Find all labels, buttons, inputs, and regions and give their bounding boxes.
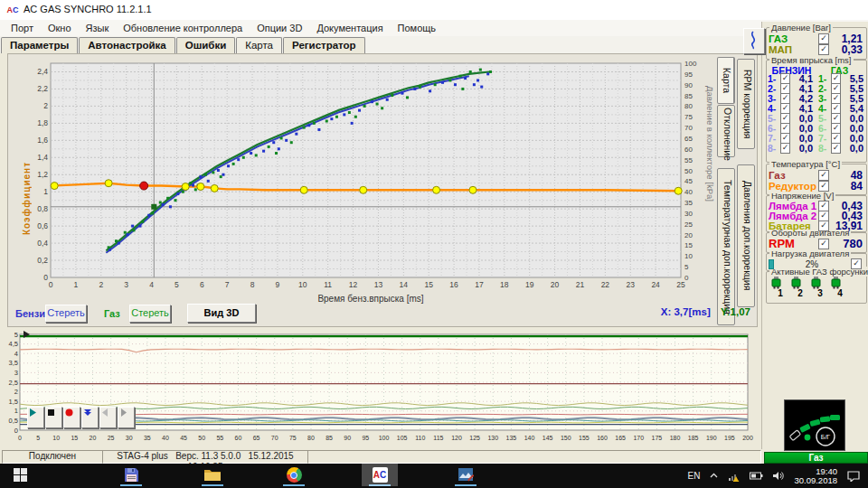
svg-text:6: 6: [200, 280, 204, 289]
menu-item-1[interactable]: Порт: [4, 23, 41, 33]
svg-text:75: 75: [289, 435, 297, 441]
tray-clock[interactable]: 19:40 30.09.2018: [794, 467, 837, 485]
injector-cell-4: 4: [830, 277, 850, 297]
taskbar: AC EN ! 19:40 30.09.2018: [0, 464, 868, 488]
svg-text:95: 95: [684, 70, 693, 79]
injector-cell-1: 1: [770, 277, 790, 297]
taskbar-ac-gas-synchro-active[interactable]: AC: [362, 464, 398, 486]
scope-toggle-button[interactable]: [743, 28, 765, 54]
benzin-clear-button[interactable]: Стереть: [45, 305, 87, 323]
connection-status: Подключен: [2, 450, 103, 464]
menu-item-4[interactable]: Обновление контроллера: [116, 23, 250, 33]
svg-text:2,4: 2,4: [37, 67, 48, 76]
svg-text:80: 80: [307, 435, 315, 441]
step-forward-button[interactable]: [118, 407, 135, 428]
svg-text:17: 17: [475, 280, 484, 289]
injector-icon: [790, 277, 802, 289]
tabbar: ПараметрыАвтонастройкаОшибкиКартаРегистр…: [0, 36, 868, 53]
gas-level-indicator[interactable]: Б/Г: [784, 399, 845, 451]
tab-2[interactable]: Автонастройка: [79, 37, 175, 53]
side-tab-отклонение[interactable]: Отклонение: [717, 105, 735, 157]
skip-end-button[interactable]: [81, 407, 99, 428]
tab-3[interactable]: Ошибки: [176, 37, 236, 53]
checkbox[interactable]: ✓: [851, 258, 862, 269]
step-back-button[interactable]: [99, 407, 117, 428]
svg-text:23: 23: [627, 280, 636, 289]
cursor-x-value: 3,7[ms]: [674, 306, 710, 317]
checkbox[interactable]: ✓: [818, 44, 829, 55]
svg-text:1: 1: [14, 407, 18, 415]
tray-language[interactable]: EN: [688, 471, 701, 481]
svg-text:1,5: 1,5: [9, 398, 18, 406]
injector-cell-3: 3: [810, 277, 830, 297]
menu-item-6[interactable]: Документация: [309, 23, 390, 33]
svg-text:0: 0: [18, 435, 22, 441]
gas-map-label: Газ: [104, 308, 120, 319]
panel-row-label: МАП: [769, 44, 792, 55]
svg-text:0: 0: [49, 280, 53, 289]
svg-text:100: 100: [684, 60, 697, 68]
start-button[interactable]: [2, 464, 38, 486]
tab-5[interactable]: Регистратор: [283, 37, 365, 53]
side-tab-температурная[interactable]: Температурная доп.коррекция: [717, 168, 735, 325]
svg-text:175: 175: [652, 435, 663, 441]
tray-network-icon[interactable]: !: [728, 471, 741, 482]
checkbox[interactable]: ✓: [818, 239, 829, 249]
checkbox[interactable]: ✓: [831, 143, 841, 154]
system-tray: EN ! 19:40 30.09.2018: [684, 464, 864, 488]
taskbar-chrome[interactable]: [276, 464, 312, 486]
benzin-injection-time: 0,0: [791, 143, 813, 154]
svg-text:165: 165: [615, 435, 626, 441]
panel-row-label: Редуктор: [769, 181, 816, 192]
map-yaxis-left-title: Коэффициент: [22, 108, 34, 235]
taskbar-save-app[interactable]: [113, 464, 149, 486]
tab-1[interactable]: Параметры: [1, 37, 78, 53]
tray-battery-icon[interactable]: [750, 472, 763, 480]
svg-text:1,6: 1,6: [37, 136, 48, 145]
svg-text:70: 70: [684, 124, 693, 132]
checkbox[interactable]: ✓: [818, 221, 829, 231]
record-button[interactable]: [63, 407, 80, 428]
svg-text:50: 50: [198, 435, 205, 441]
tray-chevron-icon[interactable]: [709, 471, 719, 481]
tray-notification-icon[interactable]: [847, 471, 860, 482]
gas-clear-button[interactable]: Стереть: [129, 305, 171, 323]
tray-volume-icon[interactable]: [772, 471, 784, 481]
side-tab-карта[interactable]: Карта: [717, 57, 735, 104]
panel-row: Редуктор✓84: [769, 180, 863, 192]
taskbar-photo-app[interactable]: [448, 464, 484, 486]
taskbar-file-explorer[interactable]: [194, 464, 231, 486]
svg-text:70: 70: [271, 435, 278, 441]
ac-gas-app-icon: AC: [373, 467, 388, 483]
panel-row: RPM✓780: [769, 237, 863, 250]
svg-text:75: 75: [684, 113, 693, 121]
play-button[interactable]: [27, 407, 44, 428]
view-3d-button[interactable]: Вид 3D: [187, 304, 256, 323]
statusbar: Подключен STAG-4 plus Верс. 11.3 5.0.0 1…: [0, 449, 762, 464]
svg-text:55: 55: [216, 435, 223, 441]
oscilloscope-chart[interactable]: 0510152025303540455055606570758085909510…: [7, 329, 756, 449]
svg-text:145: 145: [542, 435, 553, 441]
injector-label: 3: [810, 289, 830, 297]
panel-row-value: 13,91: [832, 220, 863, 232]
checkbox[interactable]: ✓: [780, 143, 790, 154]
window-title: AC GAS SYNCHRO 11.2.1.1: [24, 4, 152, 14]
injector-label: 2: [790, 289, 810, 297]
svg-text:180: 180: [670, 435, 681, 441]
menu-item-7[interactable]: Помощь: [391, 23, 444, 33]
svg-text:115: 115: [433, 435, 443, 441]
side-tab-rpm[interactable]: RPM коррекция: [737, 59, 755, 149]
menu-item-3[interactable]: Язык: [79, 23, 117, 33]
side-tab-давления[interactable]: Давления доп.коррекция: [737, 164, 755, 307]
svg-text:!: !: [738, 476, 739, 482]
menu-item-5[interactable]: Опции 3D: [250, 23, 309, 33]
svg-text:16: 16: [449, 280, 458, 289]
svg-text:14: 14: [400, 280, 409, 289]
svg-text:3: 3: [124, 280, 128, 289]
injector-icon: [830, 277, 842, 289]
checkbox[interactable]: ✓: [818, 181, 829, 192]
menu-item-2[interactable]: Окно: [41, 23, 79, 33]
panel-row: Батарея✓13,91: [769, 220, 863, 232]
stop-button[interactable]: [45, 407, 62, 428]
map-chart[interactable]: 0123456789101112131415161718192021222324…: [7, 52, 758, 307]
